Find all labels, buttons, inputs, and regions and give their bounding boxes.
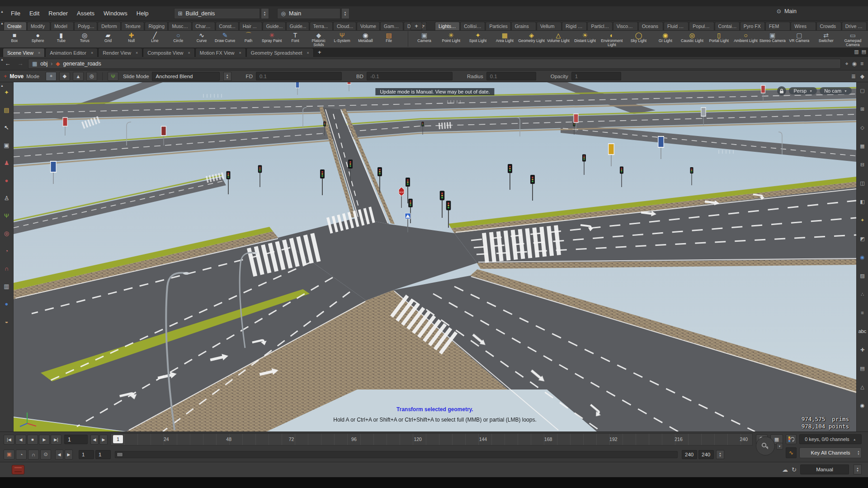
shelf-tool[interactable]: ◆ Platonic Solids	[307, 31, 330, 47]
stow-arrow-icon[interactable]: ▲	[0, 10, 4, 13]
motion-fx-icon[interactable]: ∿	[786, 447, 797, 458]
shelf-tool[interactable]: ■ Box	[3, 31, 26, 47]
shelf-tab[interactable]: Chara...	[192, 22, 215, 30]
shelf-tab[interactable]: Fluid Contai...	[664, 22, 689, 30]
update-mode-select[interactable]: Manual	[800, 465, 849, 474]
set-key-button[interactable]	[756, 436, 775, 455]
range-spinner[interactable]: ▲▼	[716, 450, 724, 459]
main-menu-selector[interactable]: ◎ Main	[277, 8, 340, 19]
playback-button[interactable]: |◀	[4, 435, 14, 445]
range-start-button[interactable]: ◀	[55, 450, 63, 460]
right-toolbar-icon[interactable]: ◩	[858, 234, 868, 243]
right-toolbar-icon[interactable]: ◫	[858, 178, 868, 188]
shelf-tab[interactable]: Modify	[27, 22, 50, 30]
right-toolbar-icon[interactable]: ✚	[858, 345, 868, 354]
right-toolbar-icon[interactable]: ▦	[858, 141, 868, 150]
shelf-tool[interactable]: ▯ Portal Light	[706, 31, 732, 47]
update-mode-spinner[interactable]: ▲▼	[854, 465, 862, 474]
follow-selection-icon[interactable]: ◉	[852, 61, 857, 67]
bd-field[interactable]: -0.1	[367, 72, 453, 80]
shelf-tool[interactable]: ◉ GI Light	[652, 31, 679, 47]
memory-brain-icon[interactable]: ☁	[782, 466, 788, 473]
right-toolbar-icon[interactable]: ◉	[858, 253, 868, 262]
shelf-tool[interactable]: ◐ Environment Light	[599, 31, 625, 47]
shelf-tool[interactable]: ▢ VR Camera	[786, 31, 812, 47]
display-options-icon[interactable]: ≣	[851, 73, 856, 80]
left-toolbar-icon[interactable]: ▤	[2, 105, 12, 114]
key-all-channels-button[interactable]: Key All Channels ▲▼	[799, 447, 862, 458]
shelf-tool[interactable]: Ψ L-System	[330, 31, 354, 47]
left-toolbar-icon[interactable]: ◒	[2, 317, 12, 326]
no-cam-button[interactable]: No cam▼	[820, 87, 852, 94]
keyframe-icon[interactable]: ◆	[860, 73, 864, 80]
shelf-tab[interactable]: Collisions	[460, 22, 485, 30]
auto-key-icon[interactable]	[786, 434, 797, 444]
shelf-tool[interactable]: ╱ Line	[143, 31, 167, 47]
shelf-tool[interactable]: ◈ Geometry Light	[518, 31, 545, 47]
keys-status-field[interactable]: 0 keys, 0/0 channels▲	[799, 434, 862, 444]
main-menu-spinner[interactable]: ▲▼	[341, 8, 349, 19]
blend-mode-select[interactable]: Anchored Blend	[152, 72, 220, 81]
shelf-tool[interactable]: ◎ Torus	[73, 31, 96, 47]
desktop-spinner[interactable]: ▲▼	[261, 8, 269, 19]
left-toolbar-icon[interactable]: ◔	[2, 246, 12, 255]
step-forward-button[interactable]: ▶	[99, 435, 108, 445]
breadcrumb-root[interactable]: obj	[40, 61, 47, 67]
shelf-tab[interactable]: Polygon	[74, 22, 97, 30]
left-toolbar-icon[interactable]: ▣	[2, 141, 12, 150]
range-slider-handle[interactable]	[117, 452, 123, 457]
blend-spinner[interactable]: ▲▼	[223, 72, 231, 81]
shelf-tab[interactable]: Populate Con...	[689, 22, 714, 30]
pane-tab[interactable]: Geometry Spreadsheet ×	[246, 48, 314, 57]
shelf-tool[interactable]: ⇄ Switcher	[813, 31, 840, 47]
shelf-tab[interactable]: Game...	[380, 22, 403, 30]
playback-button[interactable]: ◀	[15, 435, 26, 445]
playback-button[interactable]: ■	[27, 435, 38, 445]
shelf-tool[interactable]: ✳ Point Light	[438, 31, 464, 47]
shelf-tab[interactable]: Grains	[511, 22, 536, 30]
shelf-tab[interactable]: Particle Fluids	[587, 22, 612, 30]
playbar-option-icon[interactable]: ▣	[4, 450, 14, 460]
nav-back-icon[interactable]: ←	[3, 60, 13, 67]
menu-item[interactable]: Help	[132, 8, 153, 19]
menu-item[interactable]: Render	[44, 8, 72, 19]
shelf-tool[interactable]: T Font	[283, 31, 307, 47]
shelf-tool[interactable]: ✦ Spot Light	[464, 31, 491, 47]
close-icon[interactable]: ×	[136, 51, 138, 55]
pane-menu-icon[interactable]: ▤	[862, 49, 866, 55]
right-toolbar-icon[interactable]: ◉	[858, 401, 868, 410]
shelf-tab[interactable]: Guide...	[263, 22, 286, 30]
shelf-tab[interactable]: FEM	[765, 22, 790, 30]
opacity-field[interactable]: 1	[571, 72, 621, 80]
global-end-field[interactable]: 240	[698, 450, 714, 459]
shelf-tab[interactable]: Viscous Fluids	[613, 22, 638, 30]
shelf-tab[interactable]: Volume	[357, 22, 380, 30]
right-toolbar-icon[interactable]: ⊞	[858, 104, 868, 113]
shelf-tab[interactable]: Wires	[791, 22, 816, 30]
right-toolbar-icon[interactable]: ✦	[858, 216, 868, 225]
left-toolbar-icon[interactable]: ●	[2, 176, 12, 185]
pane-tab[interactable]: Composite View ×	[143, 48, 195, 57]
shelf-tool[interactable]: ⌒ Path	[237, 31, 260, 47]
breadcrumb[interactable]: ▦ obj › ◆ generate_roads	[28, 59, 841, 69]
path-menu-icon[interactable]: ≡	[860, 61, 863, 67]
global-start-field[interactable]: 1	[79, 450, 94, 459]
shelf-tab[interactable]: Muscles	[168, 22, 191, 30]
shelf-tab[interactable]: Crowds	[816, 22, 841, 30]
left-toolbar-icon[interactable]: ●	[2, 299, 12, 308]
close-icon[interactable]: ×	[239, 51, 241, 55]
cook-error-badge[interactable]	[12, 465, 24, 474]
recook-icon[interactable]: ↻	[792, 466, 797, 473]
shelf-tab[interactable]: Texture	[121, 22, 144, 30]
right-toolbar-icon[interactable]: ∴	[858, 290, 868, 299]
timeline-ruler[interactable]: 1 24487296120144168192216240	[111, 433, 753, 446]
radial-menu-selector[interactable]: ⊙ Main	[777, 8, 797, 14]
menu-item[interactable]: Windows	[99, 8, 132, 19]
playback-range-slider[interactable]	[115, 451, 678, 458]
shelf-tool[interactable]: ✎ Draw Curve	[213, 31, 237, 47]
shelf-tab[interactable]: Drive Simula...	[842, 22, 867, 30]
shelf-tab[interactable]: Rigging	[145, 22, 168, 30]
left-toolbar-icon[interactable]: ▥	[2, 282, 12, 291]
shelf-tab[interactable]: Particles	[486, 22, 510, 30]
handle-rotate-button[interactable]: ◆	[59, 72, 70, 81]
